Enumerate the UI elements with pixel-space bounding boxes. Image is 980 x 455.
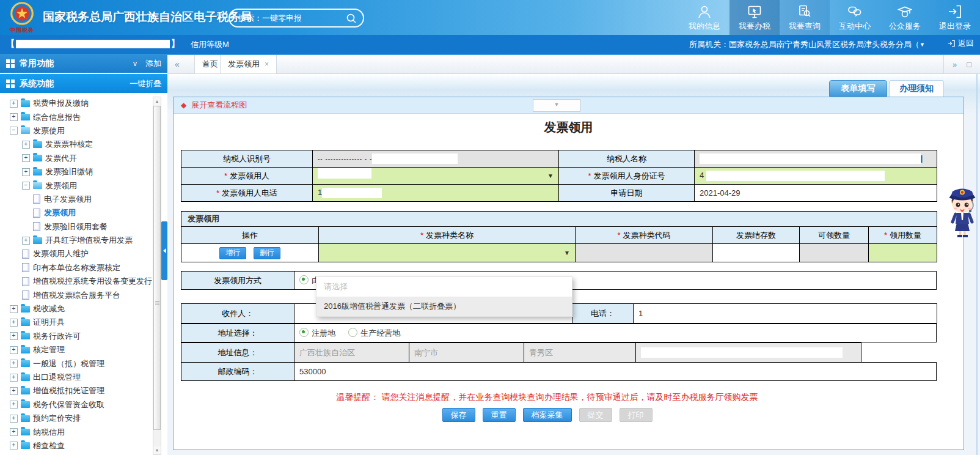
phone-value[interactable]: 1 bbox=[634, 304, 937, 324]
tabs-collapse-icon[interactable]: « bbox=[175, 59, 180, 69]
sidebar-item-node[interactable]: +增值税抵扣凭证管理 bbox=[0, 384, 153, 398]
tab-form-fill[interactable]: 表单填写 bbox=[829, 80, 887, 97]
expand-icon[interactable]: + bbox=[10, 332, 18, 340]
add-button[interactable]: 添加 bbox=[145, 58, 161, 69]
expand-icon[interactable]: + bbox=[10, 387, 18, 395]
sidebar-item-node[interactable]: +稽查检查 bbox=[0, 439, 153, 453]
back-button[interactable]: 返回 bbox=[947, 38, 974, 49]
save-button[interactable]: 保存 bbox=[442, 408, 475, 422]
dropdown-option[interactable]: 2016版增值税普通发票（二联折叠票） bbox=[316, 297, 572, 316]
expand-icon[interactable]: + bbox=[22, 237, 30, 245]
reset-button[interactable]: 重置 bbox=[483, 408, 516, 422]
search-box[interactable]: 搜索：一键零申报 bbox=[229, 9, 364, 28]
expand-icon[interactable]: + bbox=[10, 113, 18, 121]
close-icon[interactable]: × bbox=[265, 60, 269, 68]
sidebar-item-node[interactable]: 电子发票领用 bbox=[0, 193, 153, 206]
sidebar-item-node[interactable]: +证明开具 bbox=[0, 316, 153, 329]
expand-icon[interactable]: + bbox=[10, 442, 18, 449]
sidebar-item-node[interactable]: +税费申报及缴纳 bbox=[0, 97, 153, 110]
nav-public-service[interactable]: 公众服务 bbox=[880, 0, 930, 35]
sidebar-header-system[interactable]: 系统功能 一键折叠 bbox=[0, 74, 167, 93]
maximize-icon[interactable]: □ bbox=[967, 60, 971, 69]
nav-interaction[interactable]: 互动中心 bbox=[830, 0, 880, 35]
collapse-icon[interactable]: − bbox=[22, 182, 30, 190]
collect-qty-cell[interactable] bbox=[869, 244, 937, 262]
search-icon[interactable] bbox=[346, 13, 357, 24]
expand-icon[interactable]: + bbox=[22, 168, 30, 176]
sidebar-item-node[interactable]: 发票验旧领用套餐 bbox=[0, 220, 153, 234]
nav-do-tax[interactable]: 我要办税 bbox=[730, 0, 780, 35]
sidebar-item-node[interactable]: 发票领用人维护 bbox=[0, 247, 153, 261]
sidebar-item-node[interactable]: +发票票种核定 bbox=[0, 138, 153, 151]
delete-row-button[interactable]: 删行 bbox=[254, 247, 280, 259]
sidebar-item-node[interactable]: +预约定价安排 bbox=[0, 412, 153, 425]
assistant-mascot[interactable] bbox=[945, 176, 980, 242]
nav-logout[interactable]: 退出登录 bbox=[930, 0, 980, 35]
expand-icon[interactable]: + bbox=[10, 346, 18, 354]
collector-phone-value[interactable]: 1 bbox=[313, 185, 559, 202]
expand-icon[interactable]: + bbox=[22, 154, 30, 162]
invoice-type-name-select[interactable]: ▼ bbox=[319, 244, 576, 262]
sidebar-item-node[interactable]: +税务代保管资金收取 bbox=[0, 398, 153, 412]
tax-office-selector[interactable]: 所属机关：国家税务总局南宁青秀山风景区税务局津头税务分局（▼ bbox=[689, 39, 925, 50]
postal-label: 邮政编码： bbox=[181, 363, 294, 381]
sidebar-header-common[interactable]: 常用功能 v 添加 bbox=[0, 54, 167, 73]
sidebar-item-node[interactable]: 印有本单位名称发票核定 bbox=[0, 261, 153, 275]
chevron-down-icon[interactable]: ▼ bbox=[920, 42, 925, 48]
collector-idcard-value[interactable]: 4 bbox=[695, 168, 937, 185]
nav-my-info[interactable]: 我的信息 bbox=[679, 0, 730, 35]
chevron-down-icon[interactable]: ▼ bbox=[547, 168, 554, 184]
flowchart-toggle[interactable]: 展开查看流程图 bbox=[191, 100, 247, 111]
diamond-icon: ◆ bbox=[181, 101, 186, 109]
radio-on-icon[interactable] bbox=[299, 275, 309, 284]
sidebar-item-node[interactable]: +开具红字增值税专用发票 bbox=[0, 234, 153, 247]
sidebar-item-node[interactable]: 增值税税控系统专用设备变更发行 bbox=[0, 275, 153, 288]
scroll-down-icon[interactable]: ▼ bbox=[153, 446, 161, 454]
expand-icon[interactable]: + bbox=[10, 305, 18, 313]
chevron-icon[interactable]: v bbox=[133, 59, 137, 68]
flowchart-expand-button[interactable]: ▼ bbox=[533, 99, 580, 112]
sidebar-item-node[interactable]: −发票使用 bbox=[0, 124, 153, 138]
sidebar-item-active[interactable]: 发票领用 bbox=[0, 206, 153, 220]
expand-icon[interactable]: + bbox=[10, 360, 18, 368]
expand-icon[interactable]: + bbox=[22, 141, 30, 149]
tab-invoice-collect[interactable]: 发票领用 × bbox=[220, 55, 277, 74]
sidebar-item-node[interactable]: +税收减免 bbox=[0, 302, 153, 316]
tab-instructions[interactable]: 办理须知 bbox=[889, 80, 944, 97]
sidebar-collapse-handle[interactable] bbox=[161, 221, 167, 280]
sidebar-item-node[interactable]: −发票领用 bbox=[0, 179, 153, 192]
expand-icon[interactable]: + bbox=[10, 100, 18, 108]
expand-icon[interactable]: + bbox=[10, 401, 18, 409]
sidebar-item-node[interactable]: +税务行政许可 bbox=[0, 330, 153, 343]
sidebar-item-node[interactable]: +纳税信用 bbox=[0, 425, 153, 438]
chevron-down-icon[interactable]: ▼ bbox=[564, 245, 570, 261]
tabs-expand-icon[interactable]: » bbox=[953, 60, 957, 69]
radio-on-icon[interactable] bbox=[299, 328, 309, 337]
sidebar-item-node[interactable]: +综合信息报告 bbox=[0, 110, 153, 124]
expand-icon[interactable]: + bbox=[10, 319, 18, 327]
collapse-icon[interactable]: − bbox=[10, 127, 18, 135]
scrollbar-thumb[interactable] bbox=[153, 106, 161, 430]
sidebar-item-node[interactable]: +发票验旧缴销 bbox=[0, 165, 153, 179]
folder-icon bbox=[21, 127, 30, 134]
add-row-button[interactable]: 增行 bbox=[219, 247, 246, 259]
sidebar-item-node[interactable]: +发票代开 bbox=[0, 152, 153, 165]
expand-icon[interactable]: + bbox=[10, 428, 18, 436]
sidebar-scrollbar[interactable]: ▲ ▼ bbox=[153, 97, 161, 455]
collapse-all-button[interactable]: 一键折叠 bbox=[130, 78, 161, 89]
radio-off-icon[interactable] bbox=[348, 328, 357, 337]
sidebar-item-node[interactable]: +一般退（抵）税管理 bbox=[0, 357, 153, 370]
collector-select[interactable]: ▼ bbox=[313, 168, 559, 185]
form-title: 发票领用 bbox=[174, 119, 964, 136]
sidebar-item-node[interactable]: +核定管理 bbox=[0, 343, 153, 357]
scroll-up-icon[interactable]: ▲ bbox=[153, 97, 161, 105]
expand-icon[interactable]: + bbox=[10, 415, 18, 423]
expand-icon[interactable]: + bbox=[10, 374, 18, 382]
archive-collect-button[interactable]: 档案采集 bbox=[523, 408, 572, 422]
tax-emblem-icon bbox=[10, 1, 34, 26]
postal-value[interactable]: 530000 bbox=[294, 363, 937, 381]
dropdown-placeholder[interactable]: 请选择 bbox=[316, 277, 572, 297]
sidebar-item-node[interactable]: +出口退税管理 bbox=[0, 371, 153, 384]
nav-query[interactable]: 我要查询 bbox=[780, 0, 830, 35]
sidebar-item-node[interactable]: 增值税发票综合服务平台 bbox=[0, 288, 153, 301]
